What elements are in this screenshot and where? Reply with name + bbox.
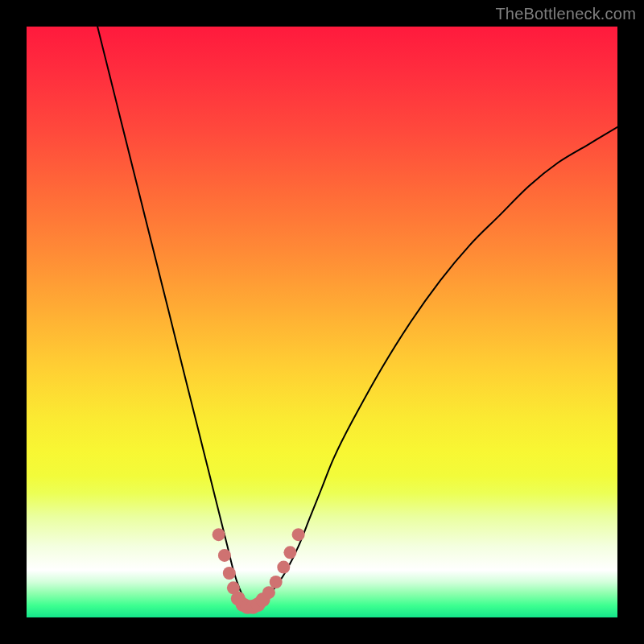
- plot-area: [27, 27, 617, 617]
- optimum-marker: [292, 528, 305, 541]
- optimum-marker: [270, 576, 283, 588]
- optimum-marker: [213, 528, 225, 541]
- optimum-marker: [223, 567, 236, 580]
- optimum-marker: [277, 561, 290, 574]
- optimum-marker: [262, 586, 275, 599]
- chart-stage: TheBottleneck.com: [0, 0, 644, 644]
- optimum-marker: [283, 546, 296, 559]
- curve-svg: [27, 27, 617, 617]
- watermark-text: TheBottleneck.com: [495, 5, 636, 23]
- bottleneck-curve: [97, 27, 617, 606]
- optimum-marker: [218, 549, 231, 562]
